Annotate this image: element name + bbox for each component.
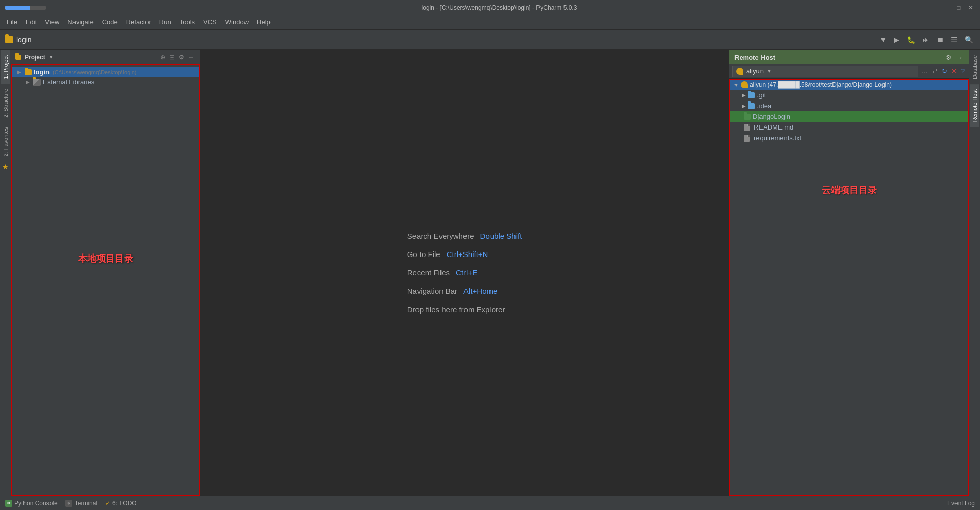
sidebar-tab-database[interactable]: Database: [970, 50, 979, 84]
conn-tool-disconnect[interactable]: ✕: [950, 66, 958, 76]
close-button[interactable]: ✕: [967, 4, 975, 12]
sidebar-tab-remote-host[interactable]: Remote Host: [970, 84, 979, 127]
remote-file-readme-icon: [744, 124, 750, 131]
progress-fill: [5, 6, 30, 10]
remote-tree-readme[interactable]: README.md: [730, 122, 968, 133]
toolbar-run[interactable]: ▶: [892, 34, 901, 45]
remote-tree-root[interactable]: ▼ aliyun (47.█████.58/root/testDjango/Dj…: [730, 80, 968, 90]
menu-window[interactable]: Window: [221, 16, 253, 28]
connection-bar: aliyun ▼ … ⇄ ↻ ✕ ?: [729, 64, 969, 79]
remote-host-header: Remote Host ⚙ →: [729, 50, 969, 64]
welcome-line-3: Recent Files Ctrl+E: [407, 264, 522, 282]
todo-item[interactable]: ✓ 6: TODO: [105, 500, 137, 507]
remote-folder-git-icon: [748, 92, 755, 98]
welcome-shortcut-3[interactable]: Ctrl+E: [456, 264, 477, 282]
title-text: login - [C:\Users\wengmq\Desktop\login] …: [422, 4, 577, 11]
tree-path-root: (C:\Users\wengmq\Desktop\login): [53, 69, 136, 75]
toolbar-stop[interactable]: ⏹: [935, 34, 945, 45]
menu-code[interactable]: Code: [98, 16, 122, 28]
menu-help[interactable]: Help: [253, 16, 275, 28]
project-panel-header-left: Project ▼: [15, 54, 54, 61]
remote-tree-git[interactable]: ▶ .git: [730, 90, 968, 100]
favorites-star-icon[interactable]: ★: [2, 163, 9, 171]
remote-req-label: requirements.txt: [754, 134, 801, 142]
python-console-label: Python Console: [14, 500, 58, 507]
menu-file[interactable]: File: [3, 16, 21, 28]
welcome-shortcut-4[interactable]: Alt+Home: [463, 282, 497, 300]
favorites-tab[interactable]: 2: Favorites: [1, 123, 10, 160]
rh-tool-settings[interactable]: ⚙: [945, 53, 953, 62]
menu-edit[interactable]: Edit: [21, 16, 41, 28]
remote-dl-label: DjangoLogin: [753, 113, 790, 120]
project-panel-dropdown[interactable]: ▼: [48, 54, 54, 60]
status-bar: ≫ Python Console $ Terminal ✓ 6: TODO Ev…: [0, 496, 980, 510]
minimize-button[interactable]: ─: [942, 4, 950, 12]
remote-file-req-icon: [744, 135, 750, 142]
panel-tool-collapse[interactable]: ⊟: [168, 53, 176, 62]
connection-label: aliyun: [746, 67, 764, 75]
terminal-icon: $: [65, 500, 72, 507]
welcome-line-4: Navigation Bar Alt+Home: [407, 282, 522, 300]
menu-vcs[interactable]: VCS: [199, 16, 221, 28]
rh-tool-hide[interactable]: →: [955, 53, 964, 62]
tree-folder-icon-root: [24, 69, 32, 75]
terminal-item[interactable]: $ Terminal: [65, 500, 97, 507]
welcome-shortcut-1[interactable]: Double Shift: [480, 227, 522, 245]
menu-run[interactable]: Run: [155, 16, 176, 28]
todo-label: 6: TODO: [112, 500, 137, 507]
project-panel-folder-icon: [15, 55, 21, 60]
menu-view[interactable]: View: [41, 16, 63, 28]
python-console-item[interactable]: ≫ Python Console: [5, 500, 58, 507]
connection-icon: [736, 68, 743, 75]
status-bar-left: ≫ Python Console $ Terminal ✓ 6: TODO: [5, 500, 137, 507]
remote-tree-djangologin[interactable]: DjangoLogin: [730, 111, 968, 122]
conn-tool-help[interactable]: ?: [960, 66, 966, 76]
python-console-icon: ≫: [5, 500, 12, 507]
panel-tool-hide[interactable]: ←: [187, 53, 195, 62]
conn-tool-sync[interactable]: ⇄: [931, 66, 939, 76]
toolbar-dropdown[interactable]: ▼: [878, 34, 888, 45]
connection-name-field: aliyun ▼: [732, 66, 918, 77]
event-log-label[interactable]: Event Log: [947, 500, 975, 507]
menu-tools[interactable]: Tools: [176, 16, 199, 28]
center-area: Search Everywhere Double Shift Go to Fil…: [200, 50, 729, 496]
remote-host-panel: Remote Host ⚙ → aliyun ▼ … ⇄ ↻ ✕ ? ▼ ali…: [729, 50, 969, 496]
remote-root-icon: [741, 81, 748, 88]
sidebar-tab-project[interactable]: 1: Project: [1, 50, 10, 84]
maximize-button[interactable]: □: [954, 4, 963, 12]
remote-git-label: .git: [757, 91, 766, 99]
panel-tool-settings[interactable]: ⚙: [178, 53, 185, 62]
toolbar-skip[interactable]: ⏭: [921, 34, 931, 45]
toolbar-debug[interactable]: 🐛: [905, 34, 917, 45]
menu-refactor[interactable]: Refactor: [122, 16, 155, 28]
connection-dropdown[interactable]: ▼: [767, 68, 772, 74]
welcome-content: Search Everywhere Double Shift Go to Fil…: [407, 227, 522, 319]
welcome-shortcut-2[interactable]: Ctrl+Shift+N: [447, 245, 488, 264]
menu-bar: File Edit View Navigate Code Refactor Ru…: [0, 15, 980, 30]
project-panel: Project ▼ ⊕ ⊟ ⚙ ← ▶ login (C:\Users\weng…: [11, 50, 200, 496]
cloud-project-label: 云端项目目录: [730, 174, 968, 207]
remote-tree-idea[interactable]: ▶ .idea: [730, 100, 968, 111]
tree-arrow-root: ▶: [16, 69, 22, 75]
conn-tool-more[interactable]: …: [920, 66, 929, 76]
tree-item-external-libs[interactable]: ▶ External Libraries: [12, 77, 199, 87]
panel-tool-scope[interactable]: ⊕: [159, 53, 166, 62]
progress-bar: [5, 6, 46, 10]
welcome-action-3: Recent Files: [407, 264, 450, 282]
welcome-action-1: Search Everywhere: [407, 227, 474, 245]
tree-folder-icon-libs: [33, 79, 41, 86]
remote-tree-requirements[interactable]: requirements.txt: [730, 133, 968, 143]
sidebar-tab-structure[interactable]: 2: Structure: [1, 84, 10, 123]
remote-readme-label: README.md: [754, 123, 793, 131]
terminal-label: Terminal: [75, 500, 97, 507]
welcome-line-5: Drop files here from Explorer: [407, 300, 522, 319]
remote-root-label: aliyun (47.█████.58/root/testDjango/Djan…: [750, 81, 892, 88]
welcome-line-1: Search Everywhere Double Shift: [407, 227, 522, 245]
tree-item-root[interactable]: ▶ login (C:\Users\wengmq\Desktop\login): [12, 67, 199, 77]
project-folder-icon: [5, 36, 13, 43]
toolbar-list[interactable]: ☰: [949, 34, 959, 45]
menu-navigate[interactable]: Navigate: [63, 16, 97, 28]
toolbar-search[interactable]: 🔍: [963, 34, 975, 45]
conn-tool-refresh[interactable]: ↻: [941, 66, 948, 76]
left-sidebar-tabs: 1: Project 2: Structure 2: Favorites ★: [0, 50, 11, 496]
